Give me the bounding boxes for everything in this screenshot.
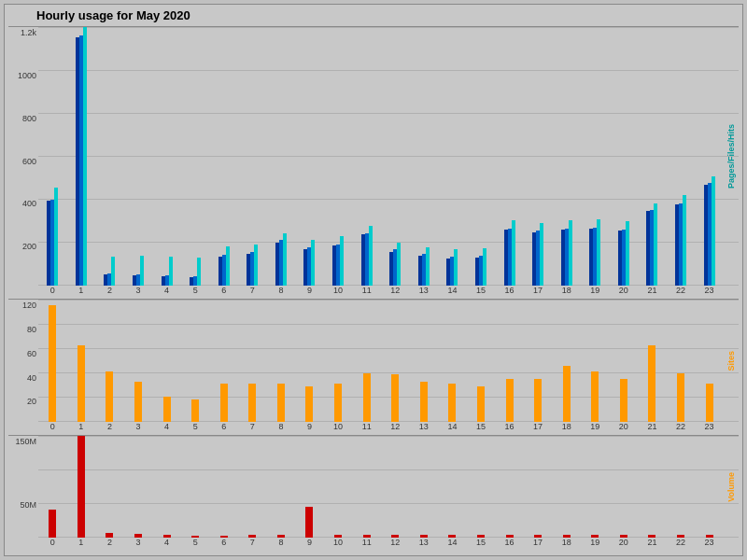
bar-sites — [677, 373, 684, 422]
x-tick-label: 4 — [152, 422, 181, 435]
y-tick-label: 600 — [22, 158, 36, 166]
y-tick-label: 20 — [27, 398, 36, 406]
x-tick-label: 18 — [552, 538, 581, 551]
bar-group — [38, 27, 67, 286]
bar-hits — [283, 233, 287, 287]
x-tick-label: 21 — [638, 538, 667, 551]
bar-group — [38, 300, 67, 422]
bar-hits — [426, 247, 430, 286]
bar-group — [381, 436, 410, 538]
bar-group — [95, 436, 124, 538]
bar-hits — [540, 223, 543, 287]
x-tick-label: 10 — [324, 422, 353, 435]
bar-group — [524, 300, 553, 422]
bar-group — [410, 300, 439, 422]
bar-group — [352, 436, 381, 538]
bar-hits — [654, 203, 657, 287]
bar-group — [581, 27, 610, 286]
bar-sites — [648, 345, 655, 422]
x-tick-label: 0 — [38, 286, 67, 299]
x-tick-label: 9 — [295, 422, 324, 435]
chart-body-hits: 01234567891011121314151617181920212223Pa… — [38, 27, 739, 299]
x-tick-label: 15 — [467, 538, 496, 551]
bar-hits — [683, 195, 686, 287]
right-label-hits: Pages/Files/Hits — [724, 27, 739, 286]
x-tick-label: 6 — [209, 286, 238, 299]
x-tick-label: 5 — [181, 538, 210, 551]
x-tick-label: 1 — [67, 422, 96, 435]
y-tick-label: 60 — [27, 350, 36, 358]
charts-area: 1.2k100080060040020001234567891011121314… — [8, 26, 739, 551]
x-tick-label: 19 — [581, 286, 610, 299]
x-tick-label: 5 — [181, 422, 210, 435]
bar-group — [524, 436, 553, 538]
bar-sites — [49, 305, 56, 423]
bar-sites — [78, 345, 85, 422]
x-tick-label: 22 — [667, 422, 696, 435]
bar-group — [438, 27, 467, 286]
y-tick-label: 50M — [20, 501, 36, 510]
bar-group — [238, 27, 267, 286]
x-tick-label: 12 — [381, 538, 410, 551]
x-tick-label: 12 — [381, 422, 410, 435]
bar-group — [638, 27, 667, 286]
bar-group — [95, 27, 124, 286]
x-tick-label: 15 — [467, 422, 496, 435]
x-tick-label: 17 — [524, 538, 553, 551]
x-tick-label: 9 — [295, 286, 324, 299]
x-tick-label: 14 — [438, 422, 467, 435]
y-tick-label: 200 — [22, 243, 36, 251]
bar-hits — [254, 245, 258, 286]
x-tick-label: 18 — [552, 422, 581, 435]
bar-group — [695, 436, 724, 538]
bar-group — [124, 436, 153, 538]
bar-hits — [340, 236, 344, 286]
bar-group — [352, 300, 381, 422]
x-tick-label: 22 — [667, 538, 696, 551]
bar-group — [324, 27, 353, 286]
bar-sites — [591, 371, 599, 423]
bar-volume — [305, 507, 313, 538]
bar-group — [667, 300, 696, 422]
bar-group — [495, 27, 524, 286]
bar-group — [638, 300, 667, 422]
x-tick-label: 21 — [638, 422, 667, 435]
bar-group — [581, 300, 610, 422]
bar-sites — [191, 399, 199, 422]
y-tick-label: 800 — [22, 115, 36, 123]
bar-sites — [106, 371, 113, 423]
x-tick-label: 4 — [152, 286, 181, 299]
x-tick-label: 19 — [581, 422, 610, 435]
bar-hits — [197, 258, 201, 286]
bar-group — [324, 300, 353, 422]
bar-group — [552, 436, 581, 538]
x-tick-label: 11 — [352, 286, 381, 299]
bar-sites — [391, 374, 399, 422]
bar-group — [209, 300, 238, 422]
bar-group — [581, 436, 610, 538]
bar-group — [67, 300, 96, 422]
x-tick-label: 8 — [267, 286, 296, 299]
x-tick-label: 4 — [152, 538, 181, 551]
y-tick-label: 400 — [22, 200, 36, 208]
bar-sites — [477, 386, 485, 422]
bar-group — [381, 27, 410, 286]
bar-group — [524, 27, 553, 286]
bar-hits — [140, 256, 144, 286]
x-tick-label: 12 — [381, 286, 410, 299]
bar-group — [67, 27, 96, 286]
bar-sites — [363, 373, 371, 422]
bar-group — [209, 436, 238, 538]
bar-group — [667, 27, 696, 286]
bar-sites — [220, 384, 228, 423]
chart-sites: 1208060402001234567891011121314151617181… — [8, 299, 739, 435]
bar-group — [495, 436, 524, 538]
x-tick-label: 15 — [467, 286, 496, 299]
x-tick-label: 2 — [95, 538, 124, 551]
x-tick-label: 16 — [495, 538, 524, 551]
bar-group — [152, 27, 181, 286]
x-tick-label: 23 — [695, 286, 724, 299]
x-tick-label: 2 — [95, 422, 124, 435]
bar-sites — [506, 379, 514, 422]
x-tick-label: 23 — [695, 422, 724, 435]
